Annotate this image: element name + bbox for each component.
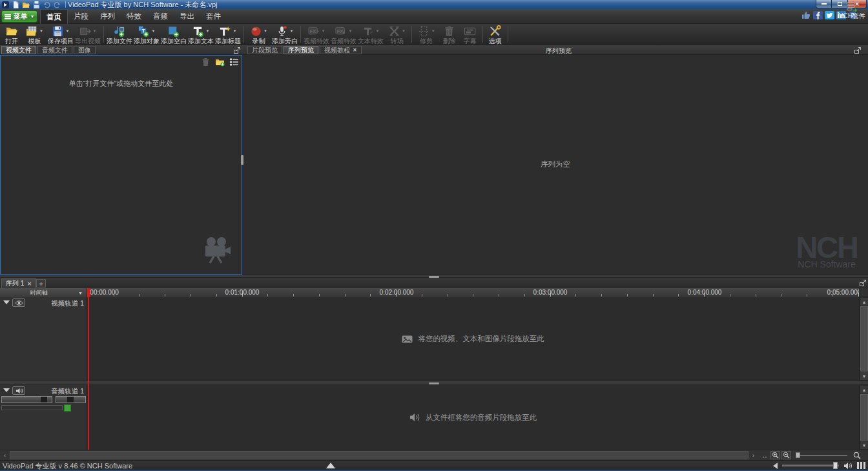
collapse-track-icon[interactable]	[3, 300, 10, 304]
track-splitter[interactable]	[0, 381, 868, 385]
chevron-down-icon[interactable]: ▼	[205, 29, 209, 33]
video-track[interactable]: 视频轨道 1 将您的视频、文本和图像片段拖放至此 ▲ ▼	[0, 297, 868, 381]
media-tab[interactable]: 图像✕	[74, 46, 96, 54]
chevron-down-icon[interactable]: ▼	[78, 291, 83, 295]
media-tab[interactable]: 视频文件✕	[1, 46, 36, 54]
collapse-left-icon[interactable]	[773, 463, 778, 469]
toolbar-button[interactable]: ▼ 添加旁白	[271, 24, 298, 45]
redo-icon[interactable]	[53, 1, 61, 8]
media-tab[interactable]: 音频文件✕	[37, 46, 72, 54]
playhead-marker[interactable]	[87, 288, 90, 297]
chevron-down-icon[interactable]: ▼	[65, 29, 69, 33]
scrollbar-thumb[interactable]	[860, 306, 868, 372]
toolbar-button[interactable]: FX▼ 音频特效	[330, 24, 357, 45]
scroll-up-icon[interactable]: ▲	[860, 386, 868, 393]
zoom-slider-handle[interactable]	[796, 452, 800, 458]
open-project-icon[interactable]	[22, 1, 30, 8]
chevron-down-icon[interactable]: ▼	[375, 29, 379, 33]
zoom-fit-icon[interactable]: ↔	[760, 452, 770, 459]
ribbon-tab[interactable]: 首页	[40, 9, 68, 24]
zoom-in-icon[interactable]	[770, 451, 780, 459]
timeline-ruler[interactable]: 时间轴▼ 0:00:00.0000:01:00.0000:02:00.0000:…	[0, 288, 868, 297]
toolbar-button[interactable]: ▼ 转场	[384, 24, 409, 45]
sequence-tab[interactable]: 序列 1✕	[1, 278, 36, 288]
collapse-track-icon[interactable]	[3, 388, 10, 392]
add-sequence-button[interactable]: +	[36, 279, 46, 288]
chevron-down-icon[interactable]: ▼	[92, 29, 96, 33]
menu-button[interactable]: 菜单▼	[1, 10, 37, 23]
add-folder-icon[interactable]	[214, 57, 225, 67]
scroll-right-icon[interactable]: ›	[749, 451, 758, 459]
save-icon[interactable]	[32, 1, 41, 8]
twitter-icon[interactable]	[825, 11, 834, 19]
chevron-down-icon[interactable]: ▼	[402, 29, 406, 33]
detach-timeline-icon[interactable]	[859, 279, 867, 287]
zoom-level-icon[interactable]	[852, 451, 862, 459]
toolbar-button[interactable]: ▼ 添加空白	[160, 24, 187, 45]
track-visibility-button[interactable]	[12, 298, 25, 307]
scrollbar-thumb[interactable]	[860, 394, 868, 441]
volume-handle[interactable]	[833, 462, 838, 469]
h-scrollbar-thumb[interactable]	[10, 451, 749, 459]
toolbar-button[interactable]: ▼ 添加文件	[106, 24, 133, 45]
preview-tab[interactable]: 序列预览✕	[284, 46, 318, 54]
toolbar-button[interactable]: ▼ 文本特效	[357, 24, 384, 45]
preview-tab[interactable]: 片段预览✕	[247, 46, 282, 54]
sequence-preview-panel[interactable]: 序列为空 NCH NCH Software	[243, 55, 868, 275]
toolbar-button[interactable]: ▼ 录制	[246, 24, 271, 45]
splitter-grip[interactable]	[429, 382, 439, 384]
chevron-down-icon[interactable]: ▼	[321, 29, 325, 33]
new-project-icon[interactable]	[12, 1, 20, 8]
toolbar-button[interactable]: SUB▼ 字幕	[460, 24, 480, 45]
toolbar-button[interactable]: ▼ 导出视频	[74, 24, 101, 45]
zoom-out-icon[interactable]	[781, 451, 791, 459]
track-mute-button[interactable]	[12, 386, 25, 395]
audio-track-scrollbar[interactable]: ▲ ▼	[859, 385, 868, 450]
panel-splitter-grip[interactable]	[241, 155, 243, 165]
scroll-down-icon[interactable]: ▼	[860, 372, 868, 380]
chevron-down-icon[interactable]: ▼	[151, 29, 155, 33]
scroll-left-icon[interactable]: ‹	[1, 451, 9, 459]
detach-media-panel-icon[interactable]	[233, 47, 241, 54]
toolbar-button[interactable]: ▼ 模板	[22, 24, 47, 45]
list-view-icon[interactable]	[229, 57, 240, 67]
slider-handle[interactable]	[41, 397, 47, 403]
ribbon-tab[interactable]: 音频	[147, 9, 174, 24]
speaker-icon[interactable]	[843, 462, 852, 470]
undo-icon[interactable]	[43, 1, 51, 8]
minimize-button[interactable]	[816, 0, 832, 8]
zoom-slider[interactable]	[794, 451, 849, 459]
scroll-down-icon[interactable]: ▼	[860, 441, 868, 449]
close-icon[interactable]: ✕	[27, 281, 32, 287]
ruler-scale[interactable]: 0:00:00.0000:01:00.0000:02:00.0000:03:00…	[87, 288, 859, 297]
chevron-down-icon[interactable]: ▼	[264, 29, 267, 33]
scroll-up-icon[interactable]: ▲	[860, 298, 868, 306]
toolbar-button[interactable]: ▼ 打开	[1, 24, 22, 45]
ribbon-tab[interactable]: 特效	[121, 9, 147, 24]
timeline-h-scrollbar[interactable]: ‹ › ↔	[0, 450, 868, 460]
toolbar-button[interactable]: ▼ 添加对象	[133, 24, 160, 45]
delete-file-icon[interactable]	[200, 57, 211, 67]
nch-suite-button[interactable]: NCH套件	[838, 1, 865, 19]
detach-preview-panel-icon[interactable]	[854, 47, 862, 54]
ribbon-tab[interactable]: 序列	[94, 9, 121, 24]
toolbar-button[interactable]: ▼ 保存项目	[47, 24, 74, 45]
preview-tab[interactable]: 视频教程✕	[320, 46, 362, 54]
expand-up-icon[interactable]	[326, 463, 335, 468]
pan-slider[interactable]	[56, 396, 86, 403]
ribbon-tab[interactable]: 套件	[200, 9, 227, 24]
toolbar-button[interactable]: ▼ 删除	[439, 24, 460, 45]
audio-track[interactable]: 音频轨道 1 从文件框将您的音频片段拖放至此 ▲ ▼	[0, 385, 868, 450]
chevron-down-icon[interactable]: ▼	[431, 29, 435, 33]
chevron-down-icon[interactable]: ▼	[289, 29, 293, 33]
chevron-down-icon[interactable]: ▼	[39, 29, 43, 33]
toolbar-button[interactable]: ▼ 添加文本	[187, 24, 214, 45]
video-track-scrollbar[interactable]: ▲ ▼	[859, 297, 868, 381]
volume-slider[interactable]	[782, 465, 839, 466]
ruler-header[interactable]: 时间轴▼	[0, 288, 87, 297]
facebook-icon[interactable]	[813, 11, 823, 19]
audio-track-header[interactable]: 音频轨道 1	[0, 385, 87, 450]
toolbar-button[interactable]: ▼ 修剪	[414, 24, 439, 45]
slider-handle[interactable]	[67, 397, 74, 403]
ribbon-tab[interactable]: 片段	[68, 9, 94, 24]
